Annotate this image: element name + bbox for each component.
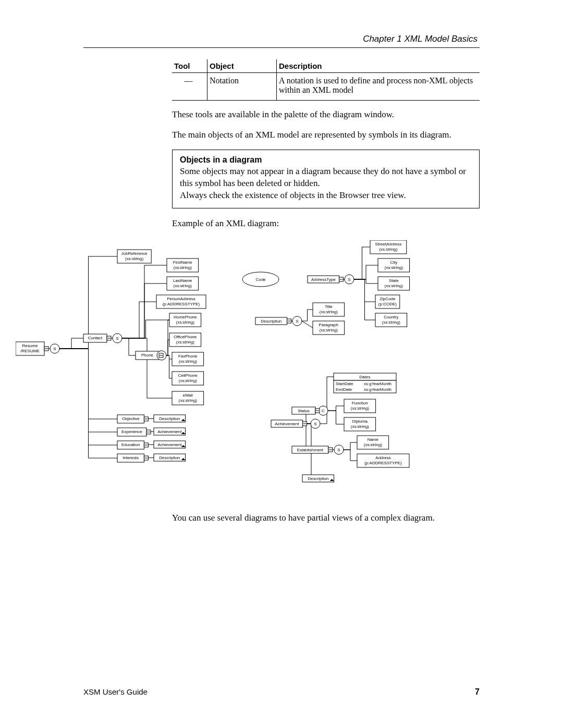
svg-text:Phone: Phone	[141, 353, 154, 357]
footer-guide: XSM User's Guide	[83, 687, 148, 697]
paragraph: The main objects of an XML model are rep…	[172, 129, 480, 141]
svg-line-59	[302, 321, 313, 328]
svg-text:Achievement: Achievement	[157, 429, 182, 434]
diagram-caption: Example of an XML diagram:	[172, 218, 480, 230]
svg-text:ZipCode: ZipCode	[380, 297, 396, 301]
svg-text:EndDate: EndDate	[336, 387, 352, 392]
svg-text:Name: Name	[368, 437, 379, 442]
footer-page-number: 7	[475, 687, 480, 697]
svg-text:Paragraph: Paragraph	[319, 323, 338, 327]
svg-text:StartDate: StartDate	[336, 381, 353, 386]
svg-text:xs:gYearMonth: xs:gYearMonth	[364, 387, 391, 392]
info-body: Some objects may not appear in a diagram…	[180, 166, 472, 202]
svg-text:eMail: eMail	[183, 393, 193, 398]
svg-text:S: S	[53, 347, 56, 351]
th-object: Object	[207, 59, 277, 73]
svg-text:Experience: Experience	[121, 429, 143, 434]
svg-text:Function: Function	[352, 401, 368, 405]
svg-text:xs:gYearMonth: xs:gYearMonth	[364, 381, 391, 386]
svg-text:C: C	[322, 409, 325, 413]
svg-text:S: S	[348, 277, 350, 282]
cell-object: Notation	[207, 73, 277, 101]
cell-description: A notation is used to define and process…	[277, 73, 480, 101]
svg-text:/RESUME: /RESUME	[20, 349, 39, 353]
svg-text:(xs:string): (xs:string)	[364, 442, 382, 447]
svg-text:PersonAddress: PersonAddress	[167, 297, 195, 301]
svg-text:FaxPhone: FaxPhone	[178, 354, 198, 359]
th-description: Description	[277, 59, 480, 73]
chapter-header: Chapter 1 XML Model Basics	[83, 34, 480, 44]
table-row: — Notation A notation is used to define …	[172, 73, 480, 101]
info-line: Always check the existence of objects in…	[180, 190, 406, 200]
info-line: Some objects may not appear in a diagram…	[180, 166, 466, 188]
svg-text:(p:ADDRESSTYPE): (p:ADDRESSTYPE)	[364, 461, 402, 465]
svg-text:AddressType: AddressType	[311, 277, 336, 282]
svg-text:Establishment: Establishment	[297, 448, 324, 452]
svg-text:(xs:string): (xs:string)	[125, 256, 143, 261]
svg-text:(xs:string): (xs:string)	[179, 378, 197, 383]
svg-text:Contact: Contact	[88, 336, 103, 340]
svg-text:Address: Address	[375, 455, 390, 460]
svg-text:HomePhone: HomePhone	[174, 315, 197, 319]
svg-text:StreetAddress: StreetAddress	[375, 242, 402, 246]
svg-text:City: City	[390, 260, 397, 265]
svg-text:S: S	[116, 336, 118, 341]
svg-text:(xs:string): (xs:string)	[174, 283, 192, 288]
svg-text:(p:CODE): (p:CODE)	[378, 302, 397, 306]
svg-text:Code: Code	[255, 277, 266, 282]
svg-text:Country: Country	[384, 315, 398, 319]
svg-text:OfficePhone: OfficePhone	[174, 335, 197, 339]
svg-text:FirstName: FirstName	[173, 260, 192, 265]
svg-text:Description: Description	[159, 455, 180, 460]
svg-text:(p:ADDRESSTYPE): (p:ADDRESSTYPE)	[163, 302, 200, 306]
svg-text:Status: Status	[298, 409, 310, 413]
svg-text:Achievement: Achievement	[275, 422, 299, 426]
cell-tool: —	[172, 73, 207, 101]
paragraph: You can use several diagrams to have par…	[172, 512, 480, 524]
svg-text:(xs:string): (xs:string)	[179, 359, 197, 364]
page-footer: XSM User's Guide 7	[83, 687, 480, 697]
svg-text:Description: Description	[308, 476, 328, 481]
svg-text:(xs:string): (xs:string)	[385, 265, 403, 270]
tool-table: Tool Object Description — Notation A not…	[172, 59, 480, 101]
svg-text:(xs:string): (xs:string)	[320, 328, 338, 332]
svg-text:Achievement: Achievement	[157, 442, 182, 447]
svg-text:Objective: Objective	[122, 416, 140, 421]
svg-text:(xs:string): (xs:string)	[320, 310, 338, 314]
svg-text:Description: Description	[261, 319, 282, 324]
svg-text:State: State	[389, 278, 399, 283]
svg-text:Education: Education	[121, 442, 140, 447]
svg-text:(xs:string): (xs:string)	[382, 320, 400, 325]
svg-text:S: S	[337, 448, 340, 452]
svg-text:(xs:string): (xs:string)	[351, 406, 369, 411]
svg-text:(xs:string): (xs:string)	[174, 265, 192, 270]
svg-text:CellPhone: CellPhone	[178, 373, 198, 378]
svg-text:Description: Description	[159, 416, 180, 421]
svg-text:(xs:string): (xs:string)	[179, 398, 197, 403]
svg-text:Dates: Dates	[360, 375, 371, 379]
svg-text:(xs:string): (xs:string)	[351, 424, 369, 429]
svg-text:Interests: Interests	[123, 455, 139, 460]
svg-text:Title: Title	[325, 304, 333, 309]
th-tool: Tool	[172, 59, 207, 73]
paragraph: These tools are available in the palette…	[172, 109, 480, 121]
svg-text:Resume: Resume	[22, 343, 38, 348]
svg-text:(xs:string): (xs:string)	[385, 283, 403, 288]
svg-text:Diploma: Diploma	[352, 419, 368, 424]
info-title: Objects in a diagram	[180, 155, 472, 165]
header-rule	[83, 47, 480, 48]
svg-text:S: S	[314, 422, 316, 426]
svg-text:JobReference: JobReference	[121, 251, 148, 256]
svg-text:LastName: LastName	[173, 278, 192, 283]
xml-diagram: Resume/RESUMESJobReference(xs:string)Con…	[16, 240, 480, 503]
svg-text:(xs:string): (xs:string)	[379, 247, 397, 252]
svg-text:(xs:string): (xs:string)	[176, 320, 194, 325]
svg-text:(xs:string): (xs:string)	[176, 340, 194, 344]
svg-text:S: S	[296, 319, 298, 324]
info-box: Objects in a diagram Some objects may no…	[172, 150, 480, 208]
